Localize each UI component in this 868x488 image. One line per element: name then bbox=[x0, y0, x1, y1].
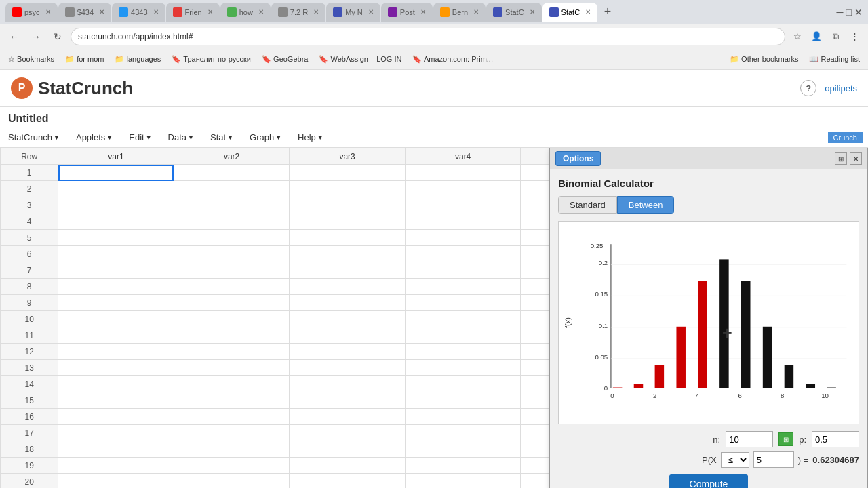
menu-graph[interactable]: Graph ▼ bbox=[247, 131, 284, 144]
col-header-var3[interactable]: var3 bbox=[290, 148, 406, 165]
cell[interactable] bbox=[58, 311, 174, 327]
cell[interactable] bbox=[174, 230, 290, 246]
cell[interactable] bbox=[58, 441, 174, 458]
cell[interactable] bbox=[174, 409, 290, 425]
cell[interactable] bbox=[174, 344, 290, 360]
cell[interactable] bbox=[405, 295, 521, 311]
cell[interactable] bbox=[405, 441, 521, 458]
forward-button[interactable]: → bbox=[27, 28, 45, 45]
tab-close-1[interactable]: ✕ bbox=[45, 8, 51, 16]
cell[interactable] bbox=[405, 376, 521, 392]
tab-close-9[interactable]: ✕ bbox=[473, 8, 479, 16]
cell[interactable] bbox=[290, 246, 406, 262]
cell[interactable] bbox=[405, 360, 521, 376]
bookmark-star-icon[interactable]: ☆ bbox=[789, 28, 806, 45]
back-button[interactable]: ← bbox=[5, 28, 23, 45]
bookmark-bookmarks[interactable]: ☆ Bookmarks bbox=[5, 54, 57, 65]
cell[interactable] bbox=[290, 441, 406, 458]
cell[interactable] bbox=[58, 214, 174, 230]
dialog-resize-button[interactable]: ⊞ bbox=[835, 152, 847, 165]
tab-close-10[interactable]: ✕ bbox=[530, 8, 535, 16]
cell[interactable] bbox=[405, 425, 521, 441]
extensions-icon[interactable]: ⧉ bbox=[827, 28, 844, 45]
cell[interactable] bbox=[58, 392, 174, 409]
col-header-var4[interactable]: var4 bbox=[405, 148, 521, 165]
cell[interactable] bbox=[290, 425, 406, 441]
bookmark-other[interactable]: 📁 Other bookmarks bbox=[727, 54, 801, 65]
tab-11[interactable]: StatC ✕ bbox=[542, 3, 598, 22]
cell[interactable] bbox=[174, 425, 290, 441]
menu-stat[interactable]: Stat ▼ bbox=[208, 131, 236, 144]
help-icon[interactable]: ? bbox=[800, 80, 816, 96]
tab-2[interactable]: $434 ✕ bbox=[58, 3, 111, 22]
cell[interactable] bbox=[290, 311, 406, 327]
cell[interactable] bbox=[58, 360, 174, 376]
menu-statcrunch[interactable]: StatCrunch ▼ bbox=[5, 131, 62, 144]
menu-data[interactable]: Data ▼ bbox=[165, 131, 197, 144]
tab-3[interactable]: 4343 ✕ bbox=[112, 3, 165, 22]
cell[interactable] bbox=[58, 246, 174, 262]
menu-applets[interactable]: Applets ▼ bbox=[73, 131, 115, 144]
cell[interactable] bbox=[405, 214, 521, 230]
cell[interactable] bbox=[174, 327, 290, 344]
cell[interactable] bbox=[174, 197, 290, 214]
cell[interactable] bbox=[405, 279, 521, 295]
cell[interactable] bbox=[290, 279, 406, 295]
tab-1[interactable]: psyc ✕ bbox=[5, 3, 58, 22]
cell[interactable] bbox=[174, 279, 290, 295]
cell[interactable] bbox=[174, 181, 290, 197]
prob-operator-select[interactable]: ≤ ≥ = bbox=[721, 452, 749, 468]
cell[interactable] bbox=[290, 360, 406, 376]
cell[interactable] bbox=[290, 376, 406, 392]
tab-close-7[interactable]: ✕ bbox=[368, 8, 374, 16]
crunch-button[interactable]: Crunch bbox=[828, 132, 863, 143]
cell[interactable] bbox=[174, 214, 290, 230]
cell[interactable] bbox=[290, 295, 406, 311]
cell[interactable] bbox=[290, 197, 406, 214]
bookmark-for-mom[interactable]: 📁 for mom bbox=[62, 54, 106, 65]
cell[interactable] bbox=[58, 181, 174, 197]
cell[interactable] bbox=[290, 458, 406, 474]
tab-7[interactable]: My N ✕ bbox=[326, 3, 380, 22]
options-button[interactable]: Options bbox=[555, 151, 601, 166]
cell[interactable] bbox=[405, 181, 521, 197]
cell[interactable] bbox=[405, 311, 521, 327]
cell[interactable] bbox=[58, 458, 174, 474]
compute-button[interactable]: Compute bbox=[669, 474, 749, 488]
prob-x-input[interactable] bbox=[753, 451, 794, 468]
menu-help[interactable]: Help ▼ bbox=[295, 131, 326, 144]
cell[interactable] bbox=[290, 181, 406, 197]
cell[interactable] bbox=[174, 376, 290, 392]
profile-icon[interactable]: 👤 bbox=[808, 28, 825, 45]
n-input[interactable] bbox=[726, 431, 773, 447]
cell[interactable] bbox=[405, 474, 521, 489]
cell[interactable] bbox=[174, 392, 290, 409]
tab-4[interactable]: Frien ✕ bbox=[166, 3, 220, 22]
tab-close-4[interactable]: ✕ bbox=[208, 8, 213, 16]
cell[interactable] bbox=[174, 295, 290, 311]
cell[interactable] bbox=[174, 441, 290, 458]
cell[interactable] bbox=[290, 214, 406, 230]
bookmark-geogebra[interactable]: 🔖 GeoGebra bbox=[259, 54, 311, 65]
cell[interactable] bbox=[58, 409, 174, 425]
cell[interactable] bbox=[58, 425, 174, 441]
cell[interactable] bbox=[290, 409, 406, 425]
cell[interactable] bbox=[405, 409, 521, 425]
cell[interactable] bbox=[58, 279, 174, 295]
cell[interactable] bbox=[174, 474, 290, 489]
cell[interactable] bbox=[290, 165, 406, 181]
reload-button[interactable]: ↻ bbox=[49, 28, 66, 45]
cell[interactable] bbox=[58, 327, 174, 344]
tab-standard[interactable]: Standard bbox=[558, 196, 617, 214]
new-tab-button[interactable]: + bbox=[598, 3, 617, 22]
tab-close-5[interactable]: ✕ bbox=[258, 8, 264, 16]
menu-icon[interactable]: ⋮ bbox=[846, 28, 863, 45]
col-header-var1[interactable]: var1 bbox=[58, 148, 174, 165]
tab-10[interactable]: StatC ✕ bbox=[486, 3, 542, 22]
cell[interactable] bbox=[174, 360, 290, 376]
menu-edit[interactable]: Edit ▼ bbox=[126, 131, 154, 144]
cell[interactable] bbox=[290, 327, 406, 344]
cell[interactable] bbox=[290, 344, 406, 360]
tab-close-8[interactable]: ✕ bbox=[420, 8, 426, 16]
cell[interactable] bbox=[58, 376, 174, 392]
